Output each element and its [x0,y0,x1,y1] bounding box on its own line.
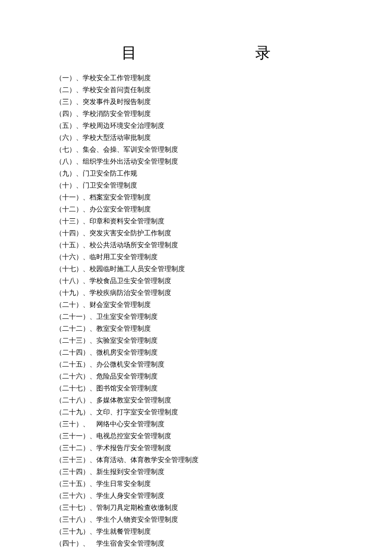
toc-item: （三十七）、管制刀具定期检查收缴制度 [55,502,337,514]
toc-item: （三十）、 网络中心安全管理制度 [55,418,337,430]
toc-item: （二十九）、文印、打字室安全管理制度 [55,406,337,418]
toc-item: （七）、集会、会操、军训安全管理制度 [55,144,337,156]
toc-item: （十八）、学校食品卫生安全管理制度 [55,275,337,287]
toc-item: （十四）、突发灾害安全防护工作制度 [55,227,337,239]
toc-item: （三）、突发事件及时报告制度 [55,96,337,108]
toc-item: （十二）、办公室安全管理制度 [55,203,337,215]
toc-item: （二十七）、图书馆安全管理制度 [55,382,337,394]
toc-item: （四十）、 学生宿舍安全管理制度 [55,538,337,549]
title-char-1: 目 [121,43,137,64]
toc-item: （二十三）、实验室安全管理制度 [55,335,337,347]
toc-item: （二十）、财会室安全管理制度 [55,299,337,311]
toc-item: （十六）、临时用工安全管理制度 [55,251,337,263]
toc-item: （三十八）、学生个人物资安全管理制度 [55,514,337,526]
page-title: 目 录 [121,43,271,64]
toc-item: （二十四）、微机房安全管理制度 [55,347,337,358]
toc-item: （二十八）、多媒体教室安全管理制度 [55,394,337,406]
toc-item: （十）、门卫安全管理制度 [55,179,337,191]
toc-item: （六）、学校大型活动审批制度 [55,132,337,144]
toc-item: （三十九）、学生就餐管理制度 [55,526,337,538]
toc-item: （一）、学校安全工作管理制度 [55,72,337,84]
toc-item: （二十一）、卫生室安全管理制度 [55,311,337,323]
toc-item: （八）、组织学生外出活动安全管理制度 [55,156,337,168]
toc-item: （十七）、校园临时施工人员安全管理制度 [55,263,337,275]
table-of-contents: （一）、学校安全工作管理制度 （二）、学校安全首问责任制度 （三）、突发事件及时… [55,72,337,549]
toc-item: （三十六）、学生人身安全管理制度 [55,490,337,502]
toc-item: （二十二）、教室安全管理制度 [55,323,337,335]
toc-item: （十九）、学校疾病防治安全管理制度 [55,287,337,299]
toc-item: （二）、学校安全首问责任制度 [55,84,337,96]
toc-item: （十五）、校公共活动场所安全管理制度 [55,239,337,251]
toc-item: （四）、学校消防安全管理制度 [55,108,337,120]
title-char-2: 录 [255,43,271,64]
toc-item: （三十五）、学生日常安全制度 [55,478,337,490]
toc-item: （三十三）、体育活动、体育教学安全管理制度 [55,454,337,466]
toc-item: （三十四）、新生报到安全管理制度 [55,466,337,478]
toc-item: （十三）、印章和资料安全管理制度 [55,215,337,227]
toc-item: （三十一）、电视总控室安全管理制度 [55,430,337,442]
toc-item: （二十六）、危险品安全管理制度 [55,370,337,382]
toc-item: （九）、门卫安全防工作规 [55,168,337,179]
toc-item: （五）、学校周边环境安全治理制度 [55,120,337,132]
toc-item: （十一）、档案室安全管理制度 [55,191,337,203]
toc-item: （二十五）、办公微机安全管理制度 [55,358,337,370]
toc-item: （三十二）、学术报告厅安全管理制度 [55,442,337,454]
